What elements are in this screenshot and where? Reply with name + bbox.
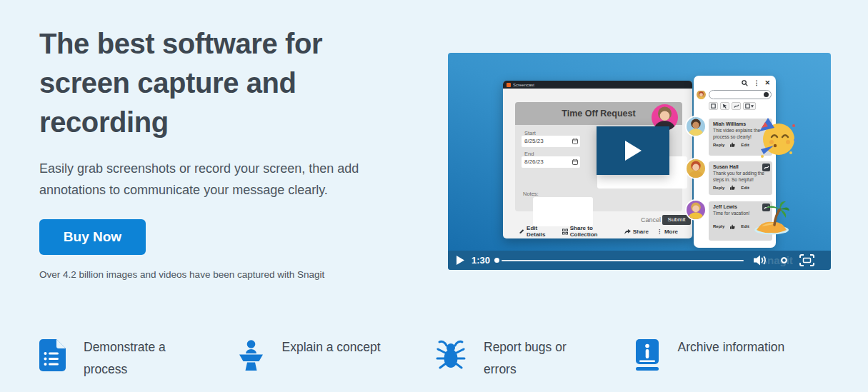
curve-tool-icon[interactable] — [732, 102, 741, 110]
share-arrow-icon — [624, 228, 631, 235]
search-icon[interactable] — [742, 80, 748, 86]
feature-demonstrate-process: Demonstrate a process — [39, 335, 238, 381]
feature-archive-information: Archive information — [634, 335, 833, 381]
panel-more-icon[interactable]: ⋮ — [753, 79, 759, 86]
book-info-icon — [634, 339, 660, 371]
comment-text: Thank you for adding the steps in. So he… — [713, 171, 769, 183]
reply-button[interactable]: Reply — [713, 143, 724, 147]
play-icon[interactable] — [457, 256, 464, 265]
settings-gear-icon[interactable] — [778, 254, 790, 266]
feature-label: Archive information — [678, 336, 785, 358]
pencil-icon — [519, 228, 524, 234]
collection-grid-icon — [562, 228, 568, 235]
comment-annotation-icon[interactable] — [762, 164, 770, 171]
feature-label: Demonstrate a process — [84, 336, 191, 381]
edit-button[interactable]: Edit — [741, 224, 749, 228]
edit-button[interactable]: Edit — [741, 186, 749, 190]
palm-island-emoji — [753, 201, 790, 235]
hero-subtitle: Easily grab screenshots or record your s… — [39, 158, 400, 201]
reply-button[interactable]: Reply — [713, 224, 724, 228]
comment-input-avatar — [697, 90, 706, 99]
start-date-field: 8/25/23 — [522, 136, 580, 147]
feature-label: Report bugs or errors — [484, 336, 591, 381]
video-timestamp: 1:30 — [472, 255, 490, 266]
thumbs-up-icon[interactable] — [730, 224, 735, 229]
screencast-logo-icon — [507, 83, 511, 87]
volume-icon[interactable] — [754, 255, 767, 266]
fullscreen-icon[interactable] — [799, 254, 814, 266]
more-button: ⋮ More — [657, 228, 678, 235]
snagit-landing-page: The best software for screen capture and… — [0, 0, 868, 392]
annotation-toolbar — [709, 102, 756, 110]
thumbs-up-icon[interactable] — [730, 185, 735, 190]
document-list-icon — [39, 339, 66, 371]
party-face-emoji — [757, 117, 798, 159]
video-controls-bar: 1:30 Snagit — [448, 251, 831, 270]
cancel-button: Cancel — [641, 216, 661, 223]
promo-video-player[interactable]: Screencast Time Off Request Start 8/25/2… — [448, 53, 831, 270]
comment-card: Susan Hall Thank you for adding the step… — [709, 161, 772, 195]
edit-button[interactable]: Edit — [741, 143, 749, 147]
end-date-field: 8/26/23 — [522, 156, 580, 168]
screencast-footer-toolbar: Edit Details Share to Collection Share ⋮… — [519, 225, 678, 238]
notes-field — [533, 197, 593, 226]
share-button: Share — [624, 228, 649, 235]
screencast-titlebar: Screencast — [503, 81, 692, 89]
emoji-button[interactable] — [764, 92, 769, 97]
commenter-avatar — [685, 199, 707, 221]
more-dots-icon: ⋮ — [657, 228, 662, 235]
page-title: The best software for screen capture and… — [39, 24, 375, 142]
commenter-avatar — [685, 116, 707, 137]
comment-author: Susan Hall — [713, 164, 769, 169]
feature-report-bugs: Report bugs or errors — [436, 335, 634, 381]
bug-icon — [436, 339, 466, 370]
thumbs-up-icon[interactable] — [730, 142, 735, 147]
edit-details-button: Edit Details — [519, 225, 554, 238]
progress-handle[interactable] — [494, 258, 499, 263]
screencast-app-name: Screencast — [513, 83, 534, 87]
commenter-avatar — [685, 158, 707, 179]
progress-bar[interactable] — [502, 260, 744, 261]
share-to-collection-button: Share to Collection — [562, 225, 617, 238]
calendar-icon — [572, 139, 578, 144]
submit-button: Submit — [662, 215, 691, 225]
feature-label: Explain a concept — [282, 336, 389, 358]
presenter-icon — [238, 339, 264, 371]
shape-picker-icon[interactable] — [743, 102, 756, 110]
rectangle-tool-icon[interactable] — [709, 102, 718, 110]
play-icon — [624, 140, 642, 161]
panel-close-icon[interactable]: ✕ — [764, 79, 770, 86]
reply-button[interactable]: Reply — [713, 186, 724, 190]
buy-now-button[interactable]: Buy Now — [39, 219, 146, 255]
features-row: Demonstrate a process Explain a concept — [39, 335, 832, 381]
comment-input-field[interactable] — [709, 90, 772, 99]
video-play-overlay-button[interactable] — [597, 126, 669, 175]
hero-note: Over 4.2 billion images and videos have … — [39, 269, 324, 280]
cursor-tool-icon[interactable] — [720, 102, 729, 110]
calendar-icon — [572, 159, 578, 165]
comments-panel-header: ⋮ ✕ — [742, 79, 770, 86]
feature-explain-concept: Explain a concept — [238, 335, 437, 381]
notes-label: Notes: — [523, 191, 539, 197]
